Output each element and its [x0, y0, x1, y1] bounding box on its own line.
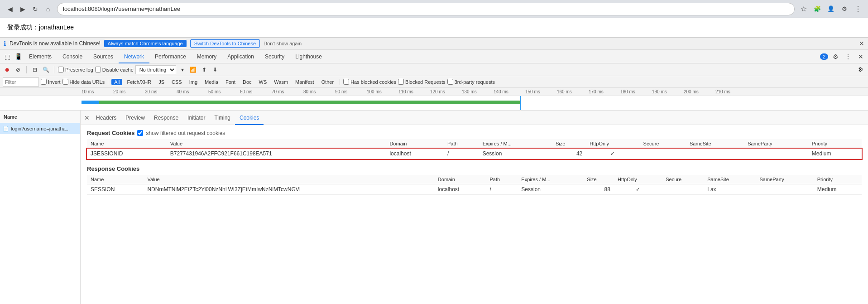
tab-console[interactable]: Console: [57, 50, 88, 63]
third-party-label[interactable]: 3rd-party requests: [447, 79, 495, 85]
filter-chip-manifest[interactable]: Manifest: [293, 79, 317, 85]
rcol-path[interactable]: Path: [486, 175, 518, 184]
tab-performance[interactable]: Performance: [149, 50, 192, 63]
filter-chip-js[interactable]: JS: [156, 79, 167, 85]
search-network-button[interactable]: 🔍: [41, 65, 50, 74]
invert-checkbox[interactable]: [41, 79, 47, 85]
filter-chip-fetch[interactable]: Fetch/XHR: [124, 79, 154, 85]
filter-chip-font[interactable]: Font: [223, 79, 238, 85]
record-button[interactable]: ⏺: [3, 65, 12, 74]
tab-lighthouse[interactable]: Lighthouse: [290, 50, 327, 63]
rcol-domain[interactable]: Domain: [434, 175, 486, 184]
col-secure[interactable]: Secure: [640, 139, 686, 149]
profile-button[interactable]: 👤: [825, 4, 836, 14]
rcol-size[interactable]: Size: [583, 175, 614, 184]
disable-cache-checkbox[interactable]: [95, 67, 101, 72]
col-httponly[interactable]: HttpOnly: [586, 139, 639, 149]
col-expires[interactable]: Expires / M...: [479, 139, 552, 149]
rcol-expires[interactable]: Expires / M...: [518, 175, 583, 184]
blocked-requests-checkbox[interactable]: [398, 79, 404, 85]
col-priority[interactable]: Priority: [808, 139, 862, 149]
tab-initiator[interactable]: Initiator: [183, 111, 210, 125]
switch-chinese-button[interactable]: Switch DevTools to Chinese: [190, 39, 260, 48]
filter-chip-all[interactable]: All: [111, 79, 122, 85]
tab-elements[interactable]: Elements: [24, 50, 57, 63]
rcol-name[interactable]: Name: [87, 175, 144, 184]
rcol-secure[interactable]: Secure: [662, 175, 704, 184]
dont-show-link[interactable]: Don't show again: [264, 41, 302, 46]
settings-button[interactable]: ⚙: [839, 4, 850, 14]
has-blocked-label[interactable]: Has blocked cookies: [343, 79, 396, 85]
refresh-button[interactable]: ↻: [30, 4, 41, 14]
inspect-element-button[interactable]: ⬚: [2, 51, 13, 62]
blocked-requests-label[interactable]: Blocked Requests: [398, 79, 446, 85]
address-bar[interactable]: localhost:8080/login?username=jonathanLe…: [57, 3, 795, 15]
filter-chip-media[interactable]: Media: [202, 79, 221, 85]
tab-sources[interactable]: Sources: [88, 50, 119, 63]
response-cookie-row-session[interactable]: SESSION NDNmMTNiM2EtZTc2Yi00NzNhLWI3ZjEt…: [87, 184, 862, 195]
filter-input[interactable]: [3, 77, 39, 87]
tab-application[interactable]: Application: [222, 50, 259, 63]
device-toolbar-button[interactable]: 📱: [13, 51, 24, 62]
col-samesite[interactable]: SameSite: [686, 139, 744, 149]
devtools-close-button[interactable]: ✕: [855, 51, 866, 62]
tab-memory[interactable]: Memory: [192, 50, 222, 63]
tab-network[interactable]: Network: [119, 50, 149, 63]
disable-cache-label[interactable]: Disable cache: [95, 67, 134, 72]
col-domain[interactable]: Domain: [386, 139, 444, 149]
filter-button[interactable]: ⊟: [30, 65, 39, 74]
menu-button[interactable]: ⋮: [853, 4, 863, 14]
download-button[interactable]: ⬇: [211, 65, 220, 74]
filter-chip-doc[interactable]: Doc: [240, 79, 254, 85]
show-filtered-checkbox[interactable]: [137, 130, 143, 136]
col-value[interactable]: Value: [167, 139, 386, 149]
request-item[interactable]: 📄 login?username=jonatha...: [0, 123, 80, 134]
devtools-settings-button[interactable]: ⚙: [830, 51, 841, 62]
col-name[interactable]: Name: [87, 139, 167, 149]
tab-cookies[interactable]: Cookies: [235, 111, 264, 125]
detail-close-button[interactable]: ✕: [82, 113, 91, 122]
filter-chip-wasm[interactable]: Wasm: [271, 79, 291, 85]
tab-headers[interactable]: Headers: [91, 111, 121, 125]
hide-data-urls-label[interactable]: Hide data URLs: [62, 79, 105, 85]
wifi-button[interactable]: 📶: [189, 65, 198, 74]
info-close-button[interactable]: ✕: [859, 40, 864, 47]
filter-chip-img[interactable]: Img: [187, 79, 200, 85]
devtools-more-button[interactable]: ⋮: [843, 51, 854, 62]
rcol-sameparty[interactable]: SameParty: [756, 175, 813, 184]
forward-button[interactable]: ▶: [17, 4, 28, 14]
hide-data-urls-checkbox[interactable]: [62, 79, 68, 85]
upload-button[interactable]: ⬆: [200, 65, 209, 74]
tab-timing[interactable]: Timing: [210, 111, 235, 125]
col-path[interactable]: Path: [444, 139, 479, 149]
rcol-httponly[interactable]: HttpOnly: [614, 175, 662, 184]
tab-security[interactable]: Security: [259, 50, 290, 63]
col-sameparty[interactable]: SameParty: [744, 139, 808, 149]
home-button[interactable]: ⌂: [43, 4, 53, 14]
extensions-button[interactable]: 🧩: [812, 4, 823, 14]
rcol-samesite[interactable]: SameSite: [704, 175, 756, 184]
filter-chip-other[interactable]: Other: [319, 79, 337, 85]
col-size[interactable]: Size: [552, 139, 586, 149]
invert-label[interactable]: Invert: [41, 79, 61, 85]
address-text: localhost:8080/login?username=jonathanLe…: [63, 5, 180, 12]
third-party-checkbox[interactable]: [447, 79, 453, 85]
back-button[interactable]: ◀: [5, 4, 15, 14]
has-blocked-checkbox[interactable]: [343, 79, 349, 85]
preserve-log-checkbox[interactable]: [58, 67, 64, 72]
tab-response[interactable]: Response: [149, 111, 183, 125]
network-settings-button[interactable]: ⚙: [856, 65, 865, 74]
match-language-button[interactable]: Always match Chrome's language: [104, 40, 187, 47]
request-cookie-row-jsessionid[interactable]: JSESSIONID B7277431946A2FFC921F661C198EA…: [87, 149, 862, 159]
rcol-priority[interactable]: Priority: [814, 175, 862, 184]
preserve-log-label[interactable]: Preserve log: [58, 67, 93, 72]
tab-preview[interactable]: Preview: [121, 111, 149, 125]
filter-chip-ws[interactable]: WS: [256, 79, 270, 85]
star-button[interactable]: ☆: [798, 4, 809, 14]
rcol-value[interactable]: Value: [144, 175, 434, 184]
clear-button[interactable]: ⊘: [14, 65, 23, 74]
filter-chip-css[interactable]: CSS: [169, 79, 185, 85]
throttle-select[interactable]: No throttling Fast 3G Slow 3G Offline: [135, 65, 176, 74]
throttle-chevron[interactable]: ▾: [178, 65, 187, 74]
timeline[interactable]: 10 ms 20 ms 30 ms 40 ms 50 ms 60 ms 70 m…: [0, 88, 868, 111]
